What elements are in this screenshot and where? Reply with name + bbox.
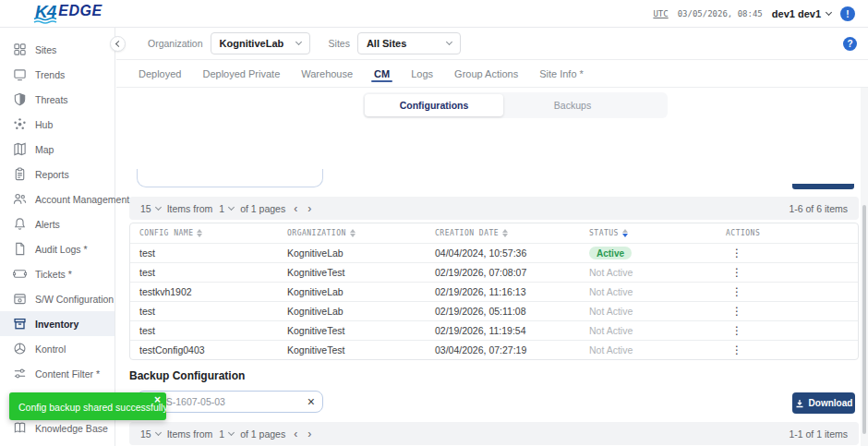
sidebar-item-inventory[interactable]: Inventory xyxy=(0,311,115,336)
sidebar-label: Tickets * xyxy=(35,269,72,280)
backup-search-input[interactable] xyxy=(145,396,307,407)
sidebar-item-trends[interactable]: Trends xyxy=(0,62,115,87)
table-row: test KognitiveLab 02/19/2026, 05:11:08 N… xyxy=(130,301,858,320)
page-size-select[interactable]: 15 xyxy=(140,428,161,440)
download-icon xyxy=(795,399,804,408)
clear-search-icon[interactable]: × xyxy=(307,395,315,408)
cell-organization: KognitiveLab xyxy=(278,247,426,259)
subtab-configurations[interactable]: Configurations xyxy=(365,94,503,116)
kebab-menu-icon[interactable]: ⋮ xyxy=(726,266,742,279)
sidebar-label: Alerts xyxy=(35,219,60,230)
timezone-link[interactable]: UTC xyxy=(653,9,668,18)
book-icon xyxy=(13,421,27,435)
map-icon xyxy=(13,142,27,156)
tab-site-info[interactable]: Site Info * xyxy=(539,60,584,87)
config-search-input[interactable] xyxy=(137,169,323,187)
next-page-icon[interactable]: › xyxy=(306,202,313,215)
tab-logs[interactable]: Logs xyxy=(411,60,433,87)
cell-organization: KognitiveTest xyxy=(278,344,426,356)
sites-select[interactable]: All Sites xyxy=(357,32,461,54)
col-status[interactable]: STATUS xyxy=(580,229,717,237)
sites-value: All Sites xyxy=(367,38,406,49)
page-select[interactable]: 1 xyxy=(219,428,234,440)
kebab-menu-icon[interactable]: ⋮ xyxy=(726,344,742,356)
sidebar-label: Knowledge Base xyxy=(35,423,108,434)
kebab-menu-icon[interactable]: ⋮ xyxy=(726,324,742,337)
scrollbar-thumb[interactable] xyxy=(862,205,866,434)
cell-creation-date: 02/19/2026, 07:08:07 xyxy=(426,267,580,278)
software-config-icon xyxy=(13,292,27,306)
sidebar-label: Reports xyxy=(35,169,69,180)
sidebar-item-sw-configuration[interactable]: S/W Configuration xyxy=(0,286,115,311)
sidebar-label: S/W Configuration xyxy=(35,294,114,305)
page-select[interactable]: 1 xyxy=(219,203,234,214)
sidebar-item-audit-logs[interactable]: Audit Logs * xyxy=(0,236,115,261)
tab-cm[interactable]: CM xyxy=(374,60,390,87)
sidebar-item-tickets[interactable]: Tickets * xyxy=(0,261,115,286)
organization-value: KognitiveLab xyxy=(220,38,284,49)
config-table-header: CONFIG NAME ORGANIZATION CREATION DATE S… xyxy=(130,223,858,243)
kebab-menu-icon[interactable]: ⋮ xyxy=(726,247,742,259)
backup-pagination-bar: 15 Items from 1 of 1 pages ‹ › 1-1 of 1 … xyxy=(129,422,859,445)
page-size-select[interactable]: 15 xyxy=(140,203,161,214)
table-row: test KognitiveTest 02/19/2026, 07:08:07 … xyxy=(130,262,858,282)
help-icon[interactable]: ? xyxy=(843,37,857,51)
sidebar-item-hub[interactable]: Hub xyxy=(0,112,115,137)
download-button[interactable]: Download xyxy=(792,392,855,414)
kebab-menu-icon[interactable]: ⋮ xyxy=(726,285,742,298)
user-menu[interactable]: dev1 dev1 xyxy=(772,8,831,19)
sidebar-item-threats[interactable]: Threats xyxy=(0,87,115,112)
status-text: Not Active xyxy=(589,286,633,297)
prev-page-icon[interactable]: ‹ xyxy=(292,202,299,215)
backup-section-title: Backup Configuration xyxy=(129,369,245,382)
partially-scrolled-button[interactable] xyxy=(792,184,854,189)
page-value: 1 xyxy=(219,428,224,440)
cell-creation-date: 03/04/2026, 07:27:19 xyxy=(426,344,580,356)
page-size-value: 15 xyxy=(140,428,151,440)
status-text: Not Active xyxy=(589,344,633,356)
sidebar-item-reports[interactable]: Reports xyxy=(0,162,115,187)
cell-organization: KognitiveTest xyxy=(278,267,426,278)
chevron-down-icon xyxy=(228,428,235,435)
k4edge-logo[interactable]: K4 EDGE xyxy=(35,2,102,22)
sidebar-item-sites[interactable]: Sites xyxy=(0,37,115,62)
datetime-label: 03/05/2026, 08:45 xyxy=(678,9,763,18)
sidebar-item-kontrol[interactable]: Kontrol xyxy=(0,336,115,361)
page-size-value: 15 xyxy=(140,203,151,214)
chevron-left-icon xyxy=(115,41,122,47)
tab-deployed-private[interactable]: Deployed Private xyxy=(202,60,280,87)
subtab-backups[interactable]: Backups xyxy=(503,92,642,118)
organization-select[interactable]: KognitiveLab xyxy=(211,32,310,54)
tab-warehouse[interactable]: Warehouse xyxy=(301,60,353,87)
col-organization[interactable]: ORGANIZATION xyxy=(278,229,426,237)
prev-page-icon[interactable]: ‹ xyxy=(292,428,299,440)
col-creation-date[interactable]: CREATION DATE xyxy=(426,229,580,237)
sidebar-item-account-management[interactable]: Account Management xyxy=(0,187,115,211)
kebab-menu-icon[interactable]: ⋮ xyxy=(726,305,742,318)
sidebar-item-map[interactable]: Map xyxy=(0,137,115,162)
items-range-label: 1-1 of 1 items xyxy=(789,428,848,440)
col-config-name[interactable]: CONFIG NAME xyxy=(130,229,278,237)
sidebar-label: Threats xyxy=(35,94,68,105)
sidebar: Sites Trends Threats Hub Map Reports Acc… xyxy=(0,28,115,446)
chevron-down-icon xyxy=(228,203,235,210)
toast-close-icon[interactable]: × xyxy=(154,393,161,406)
sidebar-label: Content Filter * xyxy=(35,368,100,380)
shield-icon xyxy=(13,92,27,106)
sites-label: Sites xyxy=(329,38,350,49)
cell-creation-date: 02/19/2026, 11:16:13 xyxy=(426,286,580,297)
sort-icon xyxy=(350,229,356,237)
sidebar-collapse-button[interactable] xyxy=(110,36,126,52)
tab-deployed[interactable]: Deployed xyxy=(139,60,181,87)
cell-creation-date: 04/04/2024, 10:57:36 xyxy=(426,247,580,259)
top-bar: K4 EDGE UTC 03/05/2026, 08:45 dev1 dev1 … xyxy=(0,0,868,28)
tab-group-actions[interactable]: Group Actions xyxy=(454,60,518,87)
notification-badge-icon[interactable]: ! xyxy=(840,6,855,21)
pages-label: of 1 pages xyxy=(240,203,285,214)
sidebar-item-content-filter[interactable]: Content Filter * xyxy=(0,361,115,386)
toast-message: Config backup shared successfully xyxy=(18,402,168,413)
sidebar-label: Kontrol xyxy=(35,344,66,355)
sort-icon xyxy=(502,229,508,237)
sidebar-item-alerts[interactable]: Alerts xyxy=(0,211,115,236)
next-page-icon[interactable]: › xyxy=(306,428,313,440)
